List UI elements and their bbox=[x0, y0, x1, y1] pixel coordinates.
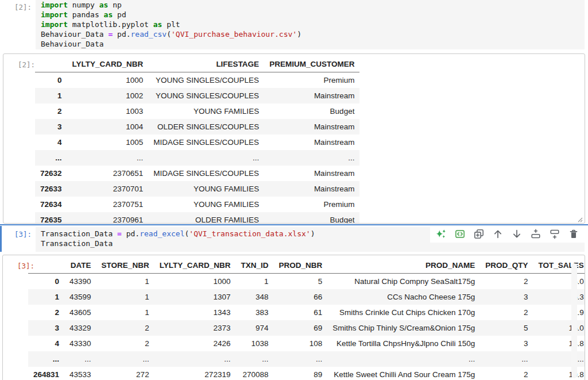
table-cell: YOUNG FAMILIES bbox=[148, 181, 264, 197]
duplicate-cell-button[interactable] bbox=[473, 228, 485, 240]
table-cell: 43390 bbox=[64, 274, 96, 290]
table-row: 726352370961OLDER FAMILIESBudget bbox=[35, 212, 359, 224]
table-cell: 2.9 bbox=[533, 305, 585, 320]
table-cell: OLDER FAMILIES bbox=[148, 212, 264, 224]
table-cell: 3 bbox=[480, 336, 533, 351]
table-cell: 1005 bbox=[67, 135, 149, 150]
table-cell: 272319 bbox=[154, 367, 236, 380]
table-row: 11002YOUNG SINGLES/COUPLESMainstream bbox=[35, 88, 359, 103]
table-cell: 2 bbox=[480, 274, 533, 290]
column-header: LYLTY_CARD_NBR bbox=[67, 56, 149, 72]
column-header: LYLTY_CARD_NBR bbox=[154, 258, 236, 274]
delete-cell-button[interactable] bbox=[567, 228, 580, 240]
row-index: 4 bbox=[35, 135, 67, 150]
code-cell-type-button[interactable] bbox=[454, 228, 466, 240]
table-cell: Kettle Sweet Chilli And Sour Cream 175g bbox=[327, 367, 480, 380]
table-cell: ... bbox=[480, 351, 533, 367]
table-row: 3433292237397469Smiths Chip Thinly S/Cre… bbox=[28, 320, 585, 336]
resize-handle-icon[interactable] bbox=[577, 215, 583, 222]
sparkle-icon bbox=[436, 229, 446, 239]
jupyter-notebook-page: [2]: import numpy as npimport pandas as … bbox=[0, 0, 588, 380]
table-cell: Mainstream bbox=[264, 135, 359, 150]
table-row: ........................... bbox=[28, 351, 585, 367]
table-cell: Kettle Tortilla ChpsHny&Jlpno Chili 150g bbox=[327, 336, 480, 351]
table-cell: 1004 bbox=[67, 119, 149, 135]
move-cell-down-button[interactable] bbox=[510, 228, 523, 240]
table-row: 0433901100015Natural Chip Compny SeaSalt… bbox=[28, 274, 585, 290]
ai-assistant-button[interactable] bbox=[435, 228, 447, 240]
table-cell: Mainstream bbox=[264, 166, 359, 181]
column-header: PROD_NAME bbox=[327, 258, 480, 274]
table-cell: 1343 bbox=[154, 305, 236, 320]
table-row: 443330224261038108Kettle Tortilla ChpsHn… bbox=[28, 336, 585, 351]
table-cell: 1003 bbox=[67, 103, 149, 119]
code-line: Behaviour_Data = pd.read_csv('QVI_purcha… bbox=[41, 29, 579, 39]
table-cell: 1 bbox=[96, 305, 154, 320]
table-cell: ... bbox=[96, 351, 154, 367]
table-cell: 272 bbox=[96, 367, 154, 380]
code-editor-cell2[interactable]: import numpy as npimport pandas as pdimp… bbox=[36, 0, 585, 49]
trash-icon bbox=[568, 229, 579, 239]
table-cell: YOUNG FAMILIES bbox=[148, 197, 264, 212]
move-cell-up-button[interactable] bbox=[492, 228, 504, 240]
table-cell: Mainstream bbox=[264, 181, 359, 197]
column-header: TXN_ID bbox=[235, 258, 273, 274]
table-cell: 5 bbox=[273, 274, 327, 290]
table-cell: 1002 bbox=[67, 88, 149, 103]
table-cell: 2426 bbox=[154, 336, 236, 351]
table-cell: Budget bbox=[264, 212, 359, 224]
table-cell: Natural Chip Compny SeaSalt175g bbox=[327, 274, 480, 290]
table-cell: 43533 bbox=[64, 367, 96, 380]
transaction-dataframe-table: DATESTORE_NBRLYLTY_CARD_NBRTXN_IDPROD_NB… bbox=[28, 258, 585, 380]
behaviour-dataframe-table: LYLTY_CARD_NBRLIFESTAGEPREMIUM_CUSTOMER0… bbox=[35, 56, 359, 224]
row-index: 72632 bbox=[35, 166, 67, 181]
table-cell: 348 bbox=[235, 289, 273, 305]
table-row: 41005MIDAGE SINGLES/COUPLESMainstream bbox=[35, 135, 359, 150]
table-cell: Premium bbox=[264, 197, 359, 212]
table-cell: Mainstream bbox=[264, 119, 359, 135]
table-cell: ... bbox=[264, 150, 359, 166]
table-cell: ... bbox=[67, 150, 149, 166]
table-cell: 2373 bbox=[154, 320, 236, 336]
table-cell: 66 bbox=[273, 289, 327, 305]
row-index: 3 bbox=[35, 119, 67, 135]
table-cell: 1000 bbox=[154, 274, 236, 290]
table-cell: ... bbox=[533, 351, 585, 367]
row-index: 72635 bbox=[35, 212, 67, 224]
input-prompt-cell3: [3]: bbox=[5, 229, 32, 239]
row-index: 0 bbox=[28, 274, 64, 290]
table-cell: ... bbox=[273, 351, 327, 367]
index-header-blank bbox=[28, 258, 64, 274]
code-line: import matplotlib.pyplot as plt bbox=[41, 20, 579, 29]
code-line: Behaviour_Data bbox=[41, 39, 579, 49]
row-index: 1 bbox=[28, 289, 64, 305]
table-row: 726332370701YOUNG FAMILIESMainstream bbox=[35, 181, 359, 197]
table-cell: YOUNG SINGLES/COUPLES bbox=[148, 72, 264, 89]
row-index: ... bbox=[28, 351, 64, 367]
table-cell: MIDAGE SINGLES/COUPLES bbox=[148, 166, 264, 181]
row-index: 1 bbox=[35, 88, 67, 103]
table-cell: ... bbox=[154, 351, 236, 367]
insert-cell-above-button[interactable] bbox=[529, 228, 542, 240]
table-cell: 13.8 bbox=[533, 336, 585, 351]
table-cell: YOUNG FAMILIES bbox=[148, 103, 264, 119]
insert-cell-below-button[interactable] bbox=[548, 228, 561, 240]
code-brackets-icon bbox=[455, 229, 465, 239]
table-cell: CCs Nacho Cheese 175g bbox=[327, 289, 480, 305]
index-header-blank bbox=[35, 56, 67, 72]
table-cell: Mainstream bbox=[264, 88, 359, 103]
table-row: 21003YOUNG FAMILIESBudget bbox=[35, 103, 359, 119]
table-cell: 61 bbox=[273, 305, 327, 320]
table-row: ............ bbox=[35, 150, 359, 166]
table-cell: 2370751 bbox=[67, 197, 149, 212]
table-cell: 2370961 bbox=[67, 212, 149, 224]
table-row: 726342370751YOUNG FAMILIESPremium bbox=[35, 197, 359, 212]
table-cell: Smiths Crinkle Cut Chips Chicken 170g bbox=[327, 305, 480, 320]
row-index: 2 bbox=[28, 305, 64, 320]
output-area-cell2: [2]: LYLTY_CARD_NBRLIFESTAGEPREMIUM_CUST… bbox=[3, 53, 585, 224]
table-cell: 89 bbox=[273, 367, 327, 380]
table-row: 01000YOUNG SINGLES/COUPLESPremium bbox=[35, 72, 359, 89]
row-index: 2 bbox=[35, 103, 67, 119]
scrollbar[interactable] bbox=[571, 263, 577, 378]
column-header: PROD_NBR bbox=[273, 258, 327, 274]
